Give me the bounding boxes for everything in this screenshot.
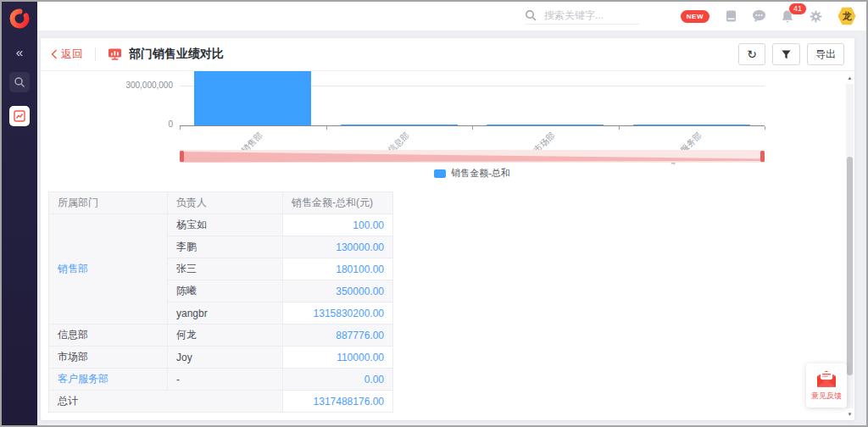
notifications-button[interactable]: 41 [781,9,794,24]
amount-cell[interactable]: 887776.00 [283,324,393,347]
content-area: 返回 部门销售业绩对比 ↻ [37,31,866,425]
scroll-up-arrow[interactable]: ▲ [846,75,854,80]
filter-button[interactable] [772,43,800,65]
sidebar: « [2,2,37,425]
person-cell: 李鹏 [168,236,283,258]
refresh-button[interactable]: ↻ [738,43,765,65]
amount-cell[interactable]: 110000.00 [283,347,393,369]
amount-cell[interactable]: 180100.00 [283,258,393,280]
column-header-amount: 销售金额-总和(元) [283,192,393,214]
axis-tick [619,126,620,130]
filter-icon [781,49,792,60]
axis-tick [765,126,765,130]
amount-cell[interactable]: 0.00 [283,369,393,391]
dept-cell: 信息部 [49,324,168,347]
y-axis-tick-label: 300,000,000 [88,80,173,90]
gear-icon[interactable] [809,9,823,24]
envelope-icon [815,369,837,388]
chart-report-icon [14,110,25,122]
table-row: 市场部Joy110000.00 [49,347,393,369]
column-header-department: 所属部门 [49,192,168,214]
axis-tick [472,126,473,130]
bar-销售部[interactable] [194,71,311,125]
refresh-icon: ↻ [747,48,757,60]
vertical-scrollbar[interactable]: ▲ ▼ [846,75,854,417]
datazoom-handle-right [760,151,765,162]
chevron-left-icon [51,49,58,59]
sidebar-search-button[interactable] [9,72,30,92]
dashboard-icon [108,47,122,61]
back-button[interactable]: 返回 [51,47,83,62]
feedback-label: 意见反馈 [811,391,842,402]
back-label: 返回 [61,47,83,62]
amount-cell[interactable]: 350000.00 [283,280,393,302]
datazoom-slider[interactable] [180,149,765,164]
person-cell: yangbr [168,302,283,324]
scrollbar-thumb[interactable] [847,157,853,375]
legend-label: 销售金额-总和 [451,167,510,180]
scroll-down-arrow[interactable]: ▼ [846,412,854,417]
app-logo[interactable] [8,8,31,30]
amount-cell[interactable]: 1315830200.00 [283,302,393,324]
person-cell: 杨宝如 [168,214,283,236]
app-window: « NEW [0,0,868,427]
x-axis-line [180,125,765,126]
collapse-sidebar-button[interactable]: « [16,47,23,58]
journal-icon[interactable] [724,9,737,23]
y-axis-tick-label: 0 [88,119,173,129]
amount-cell[interactable]: 130000.00 [283,236,393,258]
amount-cell[interactable]: 1317488176.00 [283,391,393,413]
top-header: NEW 41 [37,2,866,31]
column-header-person: 负责人 [168,192,283,214]
divider [95,47,96,61]
search-icon [525,9,537,21]
axis-tick [326,126,327,130]
dept-cell[interactable]: 客户服务部 [49,369,168,391]
person-cell: 张三 [168,258,283,280]
person-cell: - [168,369,283,391]
report-card: 返回 部门销售业绩对比 ↻ [41,38,854,420]
dept-cell[interactable]: 销售部 [49,214,168,324]
search-input[interactable] [542,8,639,22]
new-feature-badge[interactable]: NEW [681,10,709,23]
person-cell: 何龙 [168,324,283,347]
report-header: 返回 部门销售业绩对比 ↻ [41,38,854,71]
page-title: 部门销售业绩对比 [129,47,224,62]
table-row: 销售部杨宝如100.00 [49,214,393,236]
table-header-row: 所属部门 负责人 销售金额-总和(元) [49,192,393,214]
table-row: 信息部何龙887776.00 [49,324,393,347]
notification-count-badge: 41 [788,3,807,15]
sidebar-item-report-active[interactable] [9,106,30,126]
global-search[interactable] [525,8,639,25]
person-cell: Joy [168,347,283,369]
bar-chart: 300,000,000 0 销售部信息部市场部客户服务部 [41,71,854,180]
export-button[interactable]: 导出 [807,43,844,65]
chart-legend[interactable]: 销售金额-总和 [180,167,765,180]
user-avatar[interactable]: 龙 [837,7,856,25]
person-cell: 陈曦 [168,280,283,302]
dept-cell: 总计 [49,391,283,413]
search-icon [14,76,25,88]
dept-cell: 市场部 [49,347,168,369]
summary-table: 所属部门 负责人 销售金额-总和(元) 销售部杨宝如100.00李鹏130000… [48,191,393,413]
axis-tick [180,126,181,130]
logo-c-icon [8,8,31,30]
table-row: 总计1317488176.00 [49,391,393,413]
datazoom-handle-left [180,151,184,162]
table-row: 客户服务部-0.00 [49,369,393,391]
legend-swatch [434,169,446,178]
amount-cell[interactable]: 100.00 [283,214,393,236]
feedback-button[interactable]: 意见反馈 [806,363,847,408]
chat-icon[interactable] [752,9,766,23]
